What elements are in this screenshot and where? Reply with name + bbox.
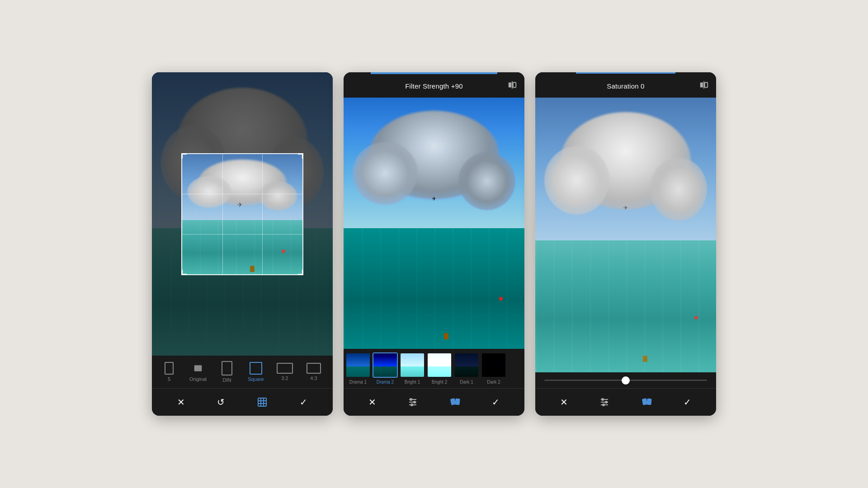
filter-airplane: ✈ xyxy=(432,196,436,202)
filter-thumb-bright1 xyxy=(400,352,425,378)
saturation-progress-bar xyxy=(576,72,675,74)
svg-point-23 xyxy=(602,399,604,400)
screens-container: ✈ xyxy=(134,54,734,434)
ratio-icon-4-3 xyxy=(307,363,321,374)
svg-rect-1 xyxy=(258,398,266,406)
grid-v1 xyxy=(222,154,223,274)
filter-thumb-inner-bright1 xyxy=(401,353,424,377)
ratio-label-square: Square xyxy=(248,376,264,382)
ratio-icon-din xyxy=(222,361,232,375)
svg-rect-19 xyxy=(705,82,708,87)
filter-thumb-inner-bright2 xyxy=(428,353,451,377)
svg-rect-27 xyxy=(646,399,651,405)
mini-beach-dark1 xyxy=(455,353,478,377)
saturation-filters-button[interactable] xyxy=(638,393,656,411)
crop-corner-br[interactable] xyxy=(298,270,303,275)
filter-strip: Drama 1 Drama 2 xyxy=(344,349,524,388)
filter-label-dark1: Dark 1 xyxy=(460,380,473,385)
crop-screen: ✈ xyxy=(152,72,333,416)
ratio-item-4-3[interactable]: 4:3 xyxy=(300,363,327,381)
filter-person xyxy=(444,333,448,339)
filter-thumb-inner-dark2 xyxy=(482,353,505,377)
filter-thumb-bright2 xyxy=(427,352,452,378)
filter-item-drama1[interactable]: Drama 1 xyxy=(345,352,371,385)
mini-beach-dark2 xyxy=(482,353,505,377)
saturation-slider-track[interactable] xyxy=(544,380,707,381)
ratio-icon-square xyxy=(250,362,262,375)
ratio-icon-3-2 xyxy=(277,363,293,374)
filter-image-area: ✈ xyxy=(344,98,524,349)
filter-action-bar: ✕ ✓ xyxy=(344,388,524,416)
crop-grid xyxy=(182,154,302,274)
ratio-item-3-2[interactable]: 3:2 xyxy=(271,363,298,381)
ratio-item-original[interactable]: Original xyxy=(184,362,212,382)
filter-thumb-inner-drama1 xyxy=(346,353,370,377)
filter-thumb-dark1 xyxy=(454,352,479,378)
crop-corner-bl[interactable] xyxy=(181,270,187,275)
saturation-action-bar: ✕ ✓ xyxy=(535,388,716,416)
saturation-top-bar: Saturation 0 xyxy=(535,74,716,98)
svg-point-14 xyxy=(411,404,413,406)
filter-title: Filter Strength +90 xyxy=(405,82,463,90)
saturation-slider-area xyxy=(535,372,716,388)
crop-rotate-button[interactable]: ↺ xyxy=(213,393,228,411)
filter-bottom-toolbar: Drama 1 Drama 2 xyxy=(344,349,524,416)
crop-image-area: ✈ xyxy=(152,72,333,356)
saturation-compare-icon[interactable] xyxy=(699,80,709,92)
ratio-label-original: Original xyxy=(189,376,207,382)
filter-label-bright2: Bright 2 xyxy=(432,380,447,385)
filter-item-dark1[interactable]: Dark 1 xyxy=(454,352,479,385)
filter-sliders-button[interactable] xyxy=(404,393,422,411)
ratio-item-din[interactable]: DIN xyxy=(213,361,241,383)
filter-thumb-drama1 xyxy=(345,352,371,378)
saturation-beach-image: ✈ xyxy=(535,98,716,372)
filter-thumb-dark2 xyxy=(481,352,506,378)
filter-compare-icon[interactable] xyxy=(507,80,517,92)
filter-thumb-inner-dark1 xyxy=(455,353,478,377)
crop-corner-tl[interactable] xyxy=(181,153,187,159)
filter-label-dark2: Dark 2 xyxy=(487,380,500,385)
crop-bottom-toolbar: 5 Original DIN Square xyxy=(152,356,333,416)
filter-item-dark2[interactable]: Dark 2 xyxy=(481,352,506,385)
mini-beach-drama1 xyxy=(346,353,370,377)
mini-beach-bright2 xyxy=(428,353,451,377)
filter-item-bright1[interactable]: Bright 1 xyxy=(400,352,425,385)
filter-thumb-drama2 xyxy=(373,352,398,378)
grid-h2 xyxy=(182,234,302,235)
ratio-label-din: DIN xyxy=(223,377,231,383)
filter-filters-button[interactable] xyxy=(446,393,464,411)
svg-rect-7 xyxy=(509,82,511,87)
filter-item-bright2[interactable]: Bright 2 xyxy=(427,352,452,385)
saturation-sliders-button[interactable] xyxy=(595,393,613,411)
filter-confirm-button[interactable]: ✓ xyxy=(488,393,503,411)
filter-item-drama2[interactable]: Drama 2 xyxy=(373,352,398,385)
ratio-icon-partial xyxy=(165,362,174,375)
saturation-bottom-toolbar: ✕ ✓ xyxy=(535,372,716,416)
ratio-label-partial: 5 xyxy=(168,376,170,382)
ratio-icon-original xyxy=(190,362,206,375)
saturation-airplane: ✈ xyxy=(623,205,628,211)
saturation-slider-thumb[interactable] xyxy=(622,376,630,385)
filter-top-bar: Filter Strength +90 xyxy=(344,74,524,98)
saturation-screen: Saturation 0 ✈ xyxy=(535,72,716,416)
saturation-title: Saturation 0 xyxy=(607,82,644,90)
saturation-confirm-button[interactable]: ✓ xyxy=(680,393,695,411)
mini-beach-bright1 xyxy=(401,353,424,377)
svg-point-13 xyxy=(414,401,415,403)
crop-action-bar: ✕ ↺ ✓ xyxy=(152,388,333,416)
svg-point-12 xyxy=(410,399,412,400)
crop-container: ✈ xyxy=(152,72,333,356)
crop-confirm-button[interactable]: ✓ xyxy=(296,393,311,411)
filter-thumb-inner-drama2 xyxy=(373,353,397,377)
filter-screen: Filter Strength +90 ✈ xyxy=(344,72,524,416)
crop-cancel-button[interactable]: ✕ xyxy=(174,393,189,411)
svg-rect-0 xyxy=(195,366,202,371)
ratio-item-square[interactable]: Square xyxy=(242,362,269,382)
saturation-cancel-button[interactable]: ✕ xyxy=(557,393,571,411)
crop-border[interactable] xyxy=(181,153,303,275)
crop-grid-button[interactable] xyxy=(253,393,271,411)
filter-cancel-button[interactable]: ✕ xyxy=(365,393,380,411)
svg-rect-26 xyxy=(642,398,647,405)
crop-corner-tr[interactable] xyxy=(298,153,303,159)
ratio-item-partial[interactable]: 5 xyxy=(156,362,183,382)
